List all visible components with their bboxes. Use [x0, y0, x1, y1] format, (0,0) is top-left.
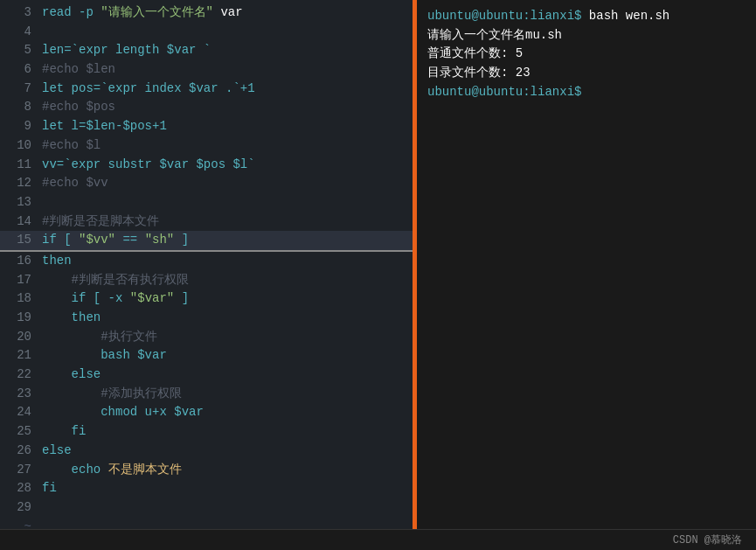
command-text: bash wen.sh	[589, 9, 669, 23]
line-number: 14	[7, 212, 31, 232]
line-number: 28	[7, 479, 31, 498]
line-content: #echo $l	[42, 136, 101, 156]
line-number: 12	[7, 174, 31, 193]
code-line: 4	[0, 23, 413, 42]
line-number: 5	[7, 41, 31, 60]
terminal-line: 请输入一个文件名mu.sh	[427, 26, 746, 45]
line-content: let pos=`expr index $var .`+1	[42, 80, 255, 99]
code-line: 27 echo 不是脚本文件	[0, 461, 413, 480]
code-line: 13	[0, 193, 413, 212]
line-content: echo 不是脚本文件	[42, 461, 182, 480]
line-content: #执行文件	[42, 328, 157, 347]
token: else	[42, 367, 101, 381]
token: fi	[42, 481, 57, 495]
token: #echo $pos	[42, 100, 115, 114]
line-content: #判断是否有执行权限	[42, 271, 189, 290]
code-line: 8#echo $pos	[0, 98, 413, 117]
line-content: vv=`expr substr $var $pos $l`	[42, 156, 255, 175]
line-content: chmod u+x $var	[42, 403, 204, 422]
line-content: #echo $pos	[42, 98, 115, 117]
token: #添加执行权限	[42, 386, 182, 400]
code-line: 16then	[0, 252, 413, 271]
line-content: fi	[42, 479, 57, 498]
footer-bar: CSDN @慕晓洛	[0, 529, 756, 550]
token: let pos=`expr index $var .`+1	[42, 81, 255, 95]
token: "请输入一个文件名"	[101, 5, 213, 19]
code-line: 17 #判断是否有执行权限	[0, 271, 413, 290]
code-line: 5len=`expr length $var `	[0, 41, 413, 60]
code-line: 28fi	[0, 479, 413, 498]
code-line: 6#echo $len	[0, 60, 413, 80]
token: then	[42, 310, 101, 324]
code-line: 15if [ "$vv" == "sh" ]	[0, 231, 413, 252]
line-content: #判断是否是脚本文件	[42, 212, 159, 232]
token: #判断是否有执行权限	[42, 273, 189, 287]
line-content: then	[42, 309, 101, 328]
line-content	[42, 23, 49, 42]
line-number: 9	[7, 117, 31, 136]
token: then	[42, 254, 72, 268]
line-number: 16	[7, 252, 31, 271]
code-line: 9let l=$len-$pos+1	[0, 117, 413, 136]
terminal-panel: ubuntu@ubuntu:lianxi$ bash wen.sh请输入一个文件…	[417, 0, 756, 529]
token: ]	[174, 233, 189, 247]
line-number: 21	[7, 346, 31, 366]
token: #echo $len	[42, 62, 115, 76]
token: len=`expr length $var `	[42, 43, 211, 57]
line-number: 26	[7, 442, 31, 461]
line-content: #echo $vv	[42, 174, 108, 193]
line-number: 13	[7, 193, 31, 212]
line-content: fi	[42, 422, 86, 442]
token: let l=$len-$pos+1	[42, 119, 167, 133]
tilde-line: ~	[0, 518, 413, 529]
token: read -p	[42, 5, 101, 19]
token: ]	[174, 291, 189, 305]
terminal-line: ubuntu@ubuntu:lianxi$	[427, 83, 746, 102]
token: #判断是否是脚本文件	[42, 214, 159, 228]
code-line: 7let pos=`expr index $var .`+1	[0, 80, 413, 99]
code-line: 29	[0, 498, 413, 518]
line-content: else	[42, 442, 72, 461]
code-line: 3read -p "请输入一个文件名" var	[0, 3, 413, 23]
line-number: 3	[7, 3, 31, 23]
token: #执行文件	[42, 330, 157, 344]
line-number: 11	[7, 156, 31, 175]
token: bash $var	[42, 348, 167, 362]
line-number: 10	[7, 136, 31, 156]
token: fi	[42, 424, 86, 438]
line-content: if [ "$vv" == "sh" ]	[42, 231, 189, 250]
line-number: 18	[7, 289, 31, 309]
line-number: 19	[7, 309, 31, 328]
line-content: if [ -x "$var" ]	[42, 289, 189, 309]
line-content	[42, 498, 49, 518]
code-line: 10#echo $l	[0, 136, 413, 156]
brand-label: CSDN @慕晓洛	[673, 533, 742, 547]
token: "sh"	[145, 233, 175, 247]
terminal-line: 普通文件个数: 5	[427, 45, 746, 64]
line-content: len=`expr length $var `	[42, 41, 211, 60]
line-number: 23	[7, 385, 31, 404]
code-line: 22 else	[0, 366, 413, 385]
line-content: read -p "请输入一个文件名" var	[42, 3, 243, 23]
code-line: 11vv=`expr substr $var $pos $l`	[0, 156, 413, 175]
code-line: 14#判断是否是脚本文件	[0, 212, 413, 232]
line-number: 6	[7, 60, 31, 80]
line-number: 8	[7, 98, 31, 117]
code-line: 26else	[0, 442, 413, 461]
token: if [ -x	[42, 291, 130, 305]
terminal-line: ubuntu@ubuntu:lianxi$ bash wen.sh	[427, 7, 746, 26]
code-line: 20 #执行文件	[0, 328, 413, 347]
token: else	[42, 443, 72, 457]
prompt-text: ubuntu@ubuntu:lianxi$	[427, 85, 581, 99]
token: #echo $l	[42, 138, 101, 152]
code-line: 24 chmod u+x $var	[0, 403, 413, 422]
token: var	[213, 5, 243, 19]
prompt-text: ubuntu@ubuntu:lianxi$	[427, 9, 589, 23]
line-content: let l=$len-$pos+1	[42, 117, 167, 136]
code-line: 18 if [ -x "$var" ]	[0, 289, 413, 309]
token: #echo $vv	[42, 176, 108, 190]
line-content: bash $var	[42, 346, 167, 366]
code-line: 12#echo $vv	[0, 174, 413, 193]
line-content	[42, 193, 49, 212]
line-content: #添加执行权限	[42, 385, 182, 404]
